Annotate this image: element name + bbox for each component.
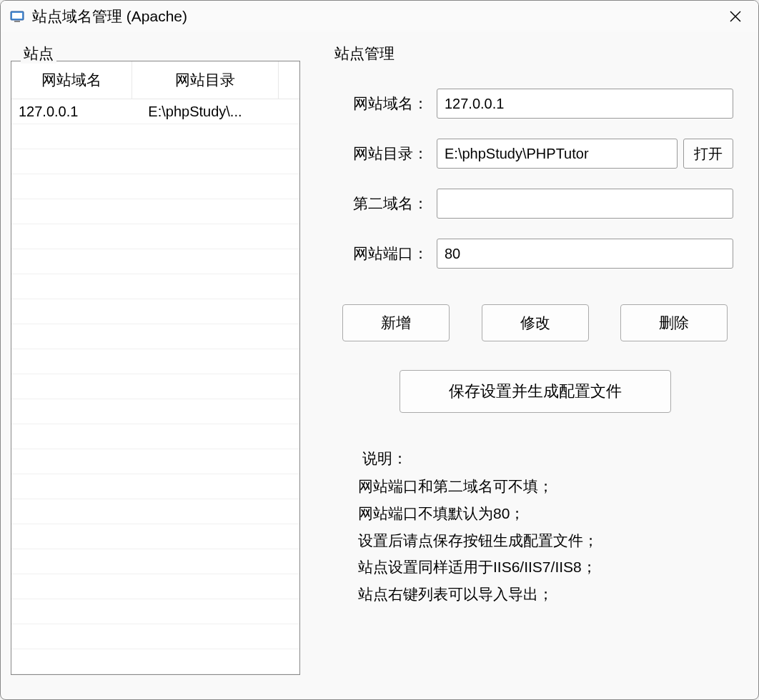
- help-line: 站点右键列表可以导入导出；: [358, 581, 733, 608]
- col-dir: 网站目录: [132, 61, 279, 99]
- label-dir: 网站目录：: [337, 144, 437, 164]
- empty-row: [11, 499, 299, 524]
- row-port: 网站端口：: [337, 239, 733, 269]
- open-button[interactable]: 打开: [683, 139, 733, 169]
- site-list-group: 站点 网站域名 网站目录 127.0.0.1 E:\phpStudy\...: [11, 46, 300, 689]
- label-port: 网站端口：: [337, 244, 437, 264]
- save-row: 保存设置并生成配置文件: [337, 370, 733, 413]
- form-area: 网站域名： 网站目录： 打开 第二域名： 网站端口： 新增: [322, 61, 748, 623]
- label-second-domain: 第二域名：: [337, 194, 437, 214]
- save-button[interactable]: 保存设置并生成配置文件: [400, 370, 671, 413]
- empty-row: [11, 299, 299, 324]
- empty-row: [11, 124, 299, 149]
- close-button[interactable]: [721, 2, 750, 31]
- content-area: 站点 网站域名 网站目录 127.0.0.1 E:\phpStudy\...: [1, 32, 758, 699]
- table-header: 网站域名 网站目录: [11, 61, 299, 99]
- svg-rect-1: [12, 13, 22, 19]
- help-line: 站点设置同样适用于IIS6/IIS7/IIS8；: [358, 554, 733, 581]
- cell-domain: 127.0.0.1: [11, 101, 141, 123]
- empty-row: [11, 474, 299, 499]
- row-domain: 网站域名：: [337, 89, 733, 119]
- svg-rect-2: [14, 21, 20, 22]
- empty-row: [11, 574, 299, 599]
- empty-row: [11, 449, 299, 474]
- empty-row: [11, 399, 299, 424]
- empty-row: [11, 224, 299, 249]
- empty-row: [11, 249, 299, 274]
- input-domain[interactable]: [437, 89, 733, 119]
- app-icon: [9, 9, 25, 24]
- empty-row: [11, 599, 299, 624]
- empty-row: [11, 324, 299, 349]
- input-second-domain[interactable]: [437, 189, 733, 219]
- input-dir[interactable]: [437, 139, 678, 169]
- col-domain: 网站域名: [11, 61, 132, 99]
- help-line: 网站端口不填默认为80；: [358, 500, 733, 527]
- row-dir: 网站目录： 打开: [337, 139, 733, 169]
- empty-row: [11, 174, 299, 199]
- col-spacer: [279, 61, 299, 99]
- cell-dir: E:\phpStudy\...: [141, 101, 299, 123]
- window-title: 站点域名管理 (Apache): [32, 6, 721, 26]
- help-title: 说明：: [358, 449, 733, 469]
- label-domain: 网站域名：: [337, 94, 437, 114]
- empty-row: [11, 524, 299, 549]
- dialog-window: 站点域名管理 (Apache) 站点 网站域名 网站目录 127.0.0.1: [0, 0, 759, 700]
- help-line: 网站端口和第二域名可不填；: [358, 473, 733, 500]
- table-row[interactable]: 127.0.0.1 E:\phpStudy\...: [11, 99, 299, 124]
- empty-row: [11, 624, 299, 649]
- empty-row: [11, 149, 299, 174]
- empty-row: [11, 199, 299, 224]
- modify-button[interactable]: 修改: [482, 304, 589, 341]
- delete-button[interactable]: 删除: [620, 304, 728, 341]
- row-second-domain: 第二域名：: [337, 189, 733, 219]
- empty-row: [11, 549, 299, 574]
- input-port[interactable]: [437, 239, 733, 269]
- action-buttons: 新增 修改 删除: [337, 304, 733, 341]
- site-manage-legend: 站点管理: [332, 44, 397, 64]
- titlebar: 站点域名管理 (Apache): [1, 1, 758, 32]
- table-body[interactable]: 127.0.0.1 E:\phpStudy\...: [11, 99, 299, 675]
- empty-row: [11, 649, 299, 674]
- site-table[interactable]: 网站域名 网站目录 127.0.0.1 E:\phpStudy\...: [11, 61, 300, 675]
- help-area: 说明： 网站端口和第二域名可不填； 网站端口不填默认为80； 设置后请点保存按钮…: [337, 449, 733, 608]
- empty-row: [11, 274, 299, 299]
- site-manage-group: 站点管理 网站域名： 网站目录： 打开 第二域名： 网站端口：: [322, 46, 748, 689]
- site-list-legend: 站点: [21, 44, 56, 64]
- empty-row: [11, 349, 299, 374]
- help-line: 设置后请点保存按钮生成配置文件；: [358, 527, 733, 554]
- empty-row: [11, 424, 299, 449]
- add-button[interactable]: 新增: [342, 304, 450, 341]
- empty-row: [11, 374, 299, 399]
